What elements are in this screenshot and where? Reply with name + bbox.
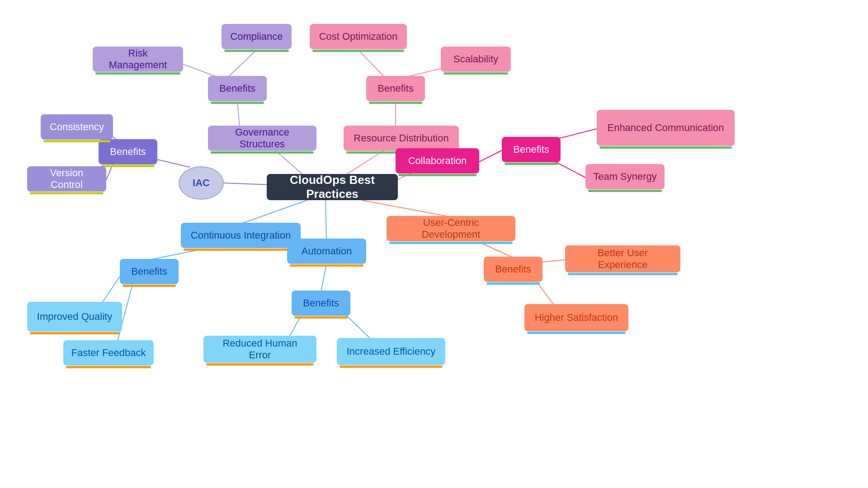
collab-benefits-node: Benefits [502, 137, 561, 162]
user-centric-node: User-Centric Development [387, 216, 515, 241]
consistency-node: Consistency [41, 114, 113, 140]
svg-line-11 [228, 50, 256, 77]
automation-node: Automation [287, 239, 366, 264]
svg-line-10 [237, 102, 240, 127]
uc-benefits-node: Benefits [484, 257, 542, 282]
iac-benefits-node: Benefits [99, 139, 157, 164]
collab-benefits-top-node: Benefits [366, 76, 425, 101]
governance-node: Governance Structures [208, 126, 316, 151]
svg-line-25 [479, 242, 513, 258]
resource-distribution-node: Resource Distribution [344, 126, 459, 151]
cost-optimization-node: Cost Optimization [310, 24, 407, 49]
svg-line-16 [479, 150, 502, 162]
increased-efficiency-node: Increased Efficiency [337, 338, 445, 365]
auto-benefits-node: Benefits [292, 291, 350, 316]
risk-management-node: Risk Management [93, 47, 183, 72]
central-node: CloudOps Best Practices [267, 174, 398, 200]
faster-feedback-node: Faster Feedback [63, 340, 154, 366]
scalability-node: Scalability [441, 47, 511, 72]
svg-line-6 [362, 200, 451, 217]
higher-satisfaction-node: Higher Satisfaction [524, 304, 628, 331]
reduced-human-error-node: Reduced Human Error [203, 336, 316, 363]
collaboration-node: Collaboration [396, 148, 479, 174]
gov-benefits-node: Benefits [208, 76, 267, 101]
team-synergy-node: Team Synergy [585, 164, 665, 189]
enhanced-communication-node: Enhanced Communication [597, 110, 735, 146]
version-control-node: Version Control [27, 166, 106, 192]
svg-line-5 [326, 200, 326, 239]
better-ux-node: Better User Experience [565, 245, 680, 272]
compliance-node: Compliance [222, 24, 292, 49]
svg-line-14 [359, 50, 384, 77]
svg-line-26 [542, 260, 565, 262]
continuous-integration-node: Continuous Integration [181, 223, 301, 248]
svg-line-22 [321, 265, 326, 291]
ci-benefits-node: Benefits [120, 259, 179, 284]
iac-node: IAC [179, 166, 224, 200]
svg-line-4 [241, 200, 307, 224]
improved-quality-node: Improved Quality [27, 302, 122, 332]
